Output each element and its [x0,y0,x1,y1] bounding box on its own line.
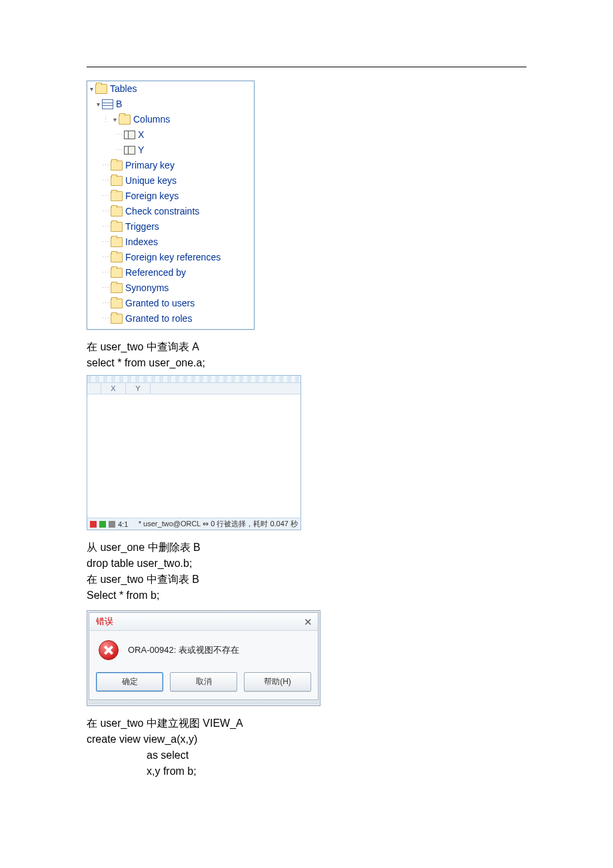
result-grid-panel: X Y 4:1 * user_two@ORCL ⇔ 0 行被选择，耗时 0.04… [87,375,301,530]
status-indicator-icon [109,521,115,528]
tree-label: Tables [110,81,137,97]
column-icon [124,146,135,155]
tree-label: Referenced by [125,265,186,280]
tree-node-granted-to-users[interactable]: ⋯ Granted to users [87,296,251,311]
paragraph: 在 user_two 中建立视图 VIEW_A create view view… [87,715,526,779]
tree-node-triggers[interactable]: ⋯ Triggers [87,219,251,234]
dialog-shadow [89,700,318,704]
tree-node-foreign-keys[interactable]: ⋯ Foreign keys [87,189,251,204]
caret-down-icon: ▾ [94,97,102,112]
caret-down-icon: ▾ [111,112,119,127]
tree-label: Triggers [125,219,159,234]
tree-node-unique-keys[interactable]: ⋯ Unique keys [87,173,251,189]
tree-node-indexes[interactable]: ⋯ Indexes [87,234,251,250]
tree-node-primary-key[interactable]: ⋯ Primary key [87,158,251,173]
tree-label: Primary key [125,158,175,173]
ok-button[interactable]: 确定 [96,672,163,691]
text-line: as select [87,747,526,763]
status-indicator-icon [90,521,97,528]
button-label: 取消 [196,677,212,686]
paragraph: 从 user_one 中删除表 B drop table user_two.b;… [87,540,526,604]
dialog-message: ORA-00942: 表或视图不存在 [128,644,239,656]
tree-node-columns[interactable]: ⋮ ▾ Columns [87,112,251,127]
tree-node-column-y[interactable]: ⋯ Y [87,143,251,158]
folder-icon [111,222,123,232]
caret-down-icon: ▾ [87,81,95,97]
folder-icon [111,161,123,171]
table-icon [102,99,113,109]
tree-node-referenced-by[interactable]: ⋯ Referenced by [87,265,251,280]
object-tree-panel: ▾ Tables ▾ B ⋮ ▾ Columns ⋯ X [87,81,255,330]
dialog-title-text: 错误 [96,616,113,628]
tree-node-column-x[interactable]: ⋯ X [87,127,251,143]
grid-header: X Y [87,383,301,394]
grid-column-y[interactable]: Y [126,383,151,394]
text-line: 从 user_one 中删除表 B [87,540,526,556]
folder-icon [119,115,131,125]
folder-icon [111,176,123,186]
paragraph: 在 user_two 中查询表 A select * from user_one… [87,339,526,371]
tree-label: Granted to roles [125,311,192,326]
tree-label: Foreign keys [125,189,179,204]
tree-label: Synonyms [125,280,169,296]
dialog-titlebar: 错误 ✕ [89,613,318,631]
folder-icon [111,207,123,217]
grid-toolbar [87,376,301,383]
grid-row-selector[interactable] [87,383,101,394]
text-line: Select * from b; [87,588,526,604]
error-icon [99,640,119,660]
grid-column-x[interactable]: X [101,383,126,394]
folder-icon [111,191,123,201]
text-line: 在 user_two 中查询表 A [87,339,526,355]
close-icon[interactable]: ✕ [304,617,312,627]
tree-label: Granted to users [125,296,195,311]
status-indicator-icon [99,521,106,528]
grid-status-bar: 4:1 * user_two@ORCL ⇔ 0 行被选择，耗时 0.047 秒 [87,518,301,530]
button-label: 确定 [122,677,138,686]
folder-icon [111,283,123,293]
column-icon [124,131,135,139]
tree-node-synonyms[interactable]: ⋯ Synonyms [87,280,251,296]
error-dialog: 错误 ✕ ORA-00942: 表或视图不存在 确定 取消 帮助(H) [89,612,318,700]
text-line: 在 user_two 中查询表 B [87,572,526,588]
grid-body[interactable] [87,394,301,518]
tree-node-granted-to-roles[interactable]: ⋯ Granted to roles [87,311,251,326]
tree-label: Indexes [125,234,158,250]
tree-label: X [138,127,144,143]
error-dialog-frame: 错误 ✕ ORA-00942: 表或视图不存在 确定 取消 帮助(H) [87,610,320,706]
page-top-rule [87,67,526,67]
tree-node-tables[interactable]: ▾ Tables [87,81,251,97]
tree-label: Check constraints [125,204,199,219]
tree-node-table-b[interactable]: ▾ B [87,97,251,112]
folder-icon [111,252,123,262]
text-line: drop table user_two.b; [87,556,526,572]
tree-label: Columns [133,112,170,127]
folder-icon [111,314,123,324]
tree-label: Unique keys [125,173,177,189]
cancel-button[interactable]: 取消 [170,672,237,691]
tree-label: Foreign key references [125,250,221,265]
help-button[interactable]: 帮助(H) [244,672,311,691]
button-label: 帮助(H) [264,677,291,686]
tree-label: B [116,97,122,112]
tree-node-foreign-key-references[interactable]: ⋯ Foreign key references [87,250,251,265]
status-text: * user_two@ORCL ⇔ 0 行被选择，耗时 0.047 秒 [139,519,298,529]
text-line: 在 user_two 中建立视图 VIEW_A [87,715,526,731]
text-line: create view view_a(x,y) [87,731,526,747]
text-line: select * from user_one.a; [87,355,526,371]
folder-icon [95,84,107,94]
text-line: x,y from b; [87,763,526,779]
folder-icon [111,298,123,308]
folder-icon [111,268,123,278]
folder-icon [111,237,123,247]
tree-node-check-constraints[interactable]: ⋯ Check constraints [87,204,251,219]
cursor-position: 4:1 [118,520,128,528]
tree-label: Y [138,143,144,158]
